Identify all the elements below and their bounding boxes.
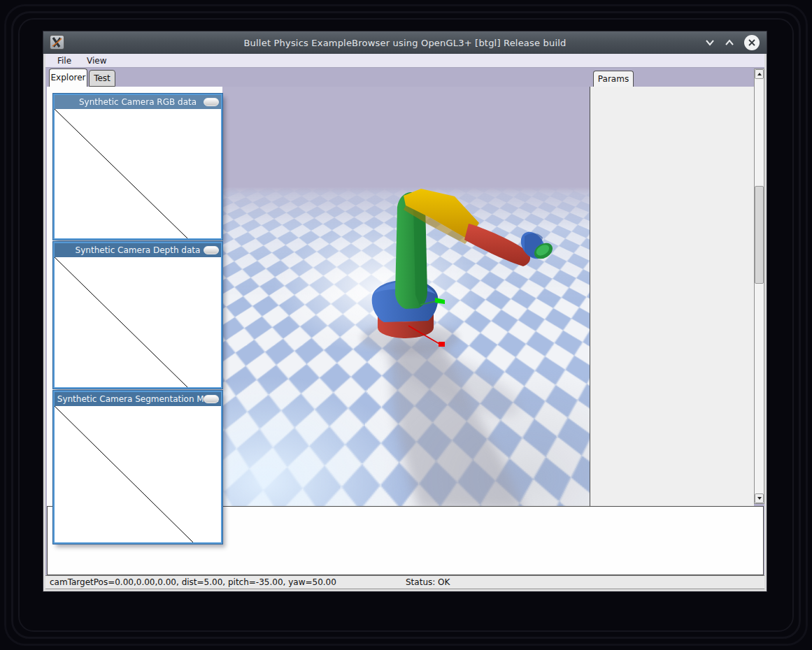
camera-preview-placeholder xyxy=(55,406,221,542)
minimize-panel-button[interactable] xyxy=(204,246,219,254)
camera-rgb-title: Synthetic Camera RGB data xyxy=(79,97,197,107)
scroll-down-button[interactable] xyxy=(755,493,764,503)
arrow-up-icon xyxy=(757,73,762,75)
status-ok-label: Status: OK xyxy=(406,577,450,587)
camera-depth-window[interactable]: Synthetic Camera Depth data xyxy=(53,242,222,389)
3d-viewport[interactable] xyxy=(222,87,590,506)
title-bar[interactable]: Bullet Physics ExampleBrowser using Open… xyxy=(43,31,767,54)
tab-test[interactable]: Test xyxy=(89,70,115,87)
scrollbar-thumb[interactable] xyxy=(755,186,764,284)
camera-preview-placeholder xyxy=(55,257,221,387)
params-scrollbar[interactable] xyxy=(754,68,764,504)
minimize-panel-button[interactable] xyxy=(204,395,219,403)
menu-file[interactable]: File xyxy=(57,56,71,66)
axis-red-arrow xyxy=(439,342,445,347)
close-icon xyxy=(748,38,756,47)
x11-app-icon xyxy=(50,35,64,50)
window-title: Bullet Physics ExampleBrowser using Open… xyxy=(43,38,767,48)
camera-segmentation-title: Synthetic Camera Segmentation Mask xyxy=(57,394,218,404)
tab-explorer[interactable]: Explorer xyxy=(49,68,87,87)
minimize-panel-button[interactable] xyxy=(204,98,219,106)
camera-segmentation-window[interactable]: Synthetic Camera Segmentation Mask xyxy=(53,391,222,544)
close-button[interactable] xyxy=(744,35,760,50)
camera-rgb-window[interactable]: Synthetic Camera RGB data xyxy=(53,94,222,240)
minimize-icon[interactable] xyxy=(705,38,715,48)
menu-bar: File View xyxy=(45,54,764,68)
client-area: Explorer Test −Robotics Control xyxy=(45,68,764,589)
camera-readout: camTargetPos=0.00,0.00,0.00, dist=5.00, … xyxy=(50,577,336,587)
tab-params[interactable]: Params xyxy=(593,71,634,87)
scroll-up-button[interactable] xyxy=(755,69,764,79)
camera-preview-placeholder xyxy=(55,109,221,238)
menu-view[interactable]: View xyxy=(87,56,106,66)
app-window: Bullet Physics ExampleBrowser using Open… xyxy=(43,31,767,591)
maximize-icon[interactable] xyxy=(725,38,734,48)
params-panel xyxy=(590,87,754,506)
camera-depth-title: Synthetic Camera Depth data xyxy=(76,245,201,255)
robot-arm xyxy=(222,87,590,506)
arrow-down-icon xyxy=(757,497,762,500)
status-bar: camTargetPos=0.00,0.00,0.00, dist=5.00, … xyxy=(45,575,764,589)
